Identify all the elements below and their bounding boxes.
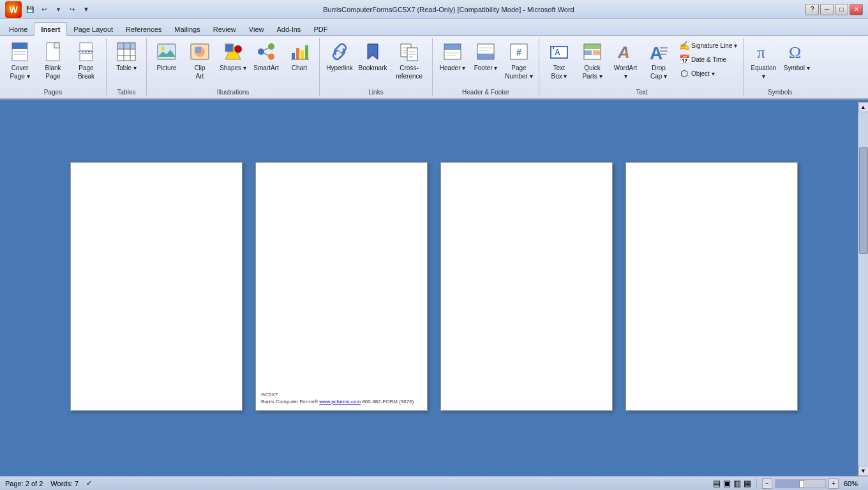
tab-add-ins[interactable]: Add-Ins <box>270 23 307 35</box>
ribbon-group-pages: CoverPage ▾ BlankPage PageBreak Pages <box>0 38 107 96</box>
qat-redo[interactable]: ↪ <box>66 4 78 15</box>
equation-button[interactable]: π Equation ▾ <box>747 38 779 82</box>
zoom-percent: 60% <box>844 480 863 487</box>
qat-undo[interactable]: ↩ <box>38 4 50 15</box>
restore-button[interactable]: □ <box>835 4 848 15</box>
tab-insert[interactable]: Insert <box>34 22 67 36</box>
text-small-buttons: ✍ Signature Line ▾ 📅 Date & Time ⬡ Objec… <box>676 38 740 80</box>
textbox-button[interactable]: A TextBox ▾ <box>543 38 575 82</box>
tab-pdf[interactable]: PDF <box>307 23 334 35</box>
wordart-button[interactable]: A WordArt ▾ <box>610 38 641 82</box>
close-button[interactable]: ✕ <box>849 4 863 15</box>
zoom-slider[interactable] <box>775 479 826 488</box>
page-info: Page: 2 of 2 <box>5 480 43 487</box>
tab-page-layout[interactable]: Page Layout <box>67 23 119 35</box>
scroll-down-button[interactable]: ▼ <box>858 466 869 476</box>
page-number-label: PageNumber ▾ <box>505 64 532 80</box>
svg-rect-59 <box>593 50 601 55</box>
scroll-thumb[interactable] <box>859 147 868 253</box>
office-logo[interactable]: W <box>5 1 22 18</box>
tab-review[interactable]: Review <box>207 23 243 35</box>
symbol-button[interactable]: Ω Symbol ▾ <box>781 38 812 80</box>
zoom-out-button[interactable]: − <box>762 479 772 489</box>
clip-art-button[interactable]: ClipArt <box>184 38 216 82</box>
svg-rect-8 <box>80 54 93 61</box>
title-bar: W 💾 ↩ ▾ ↪ ▼ BurrisComputerFormsGC5X7 (Re… <box>0 0 868 19</box>
qat-customize[interactable]: ▼ <box>80 4 92 15</box>
chart-button[interactable]: Chart <box>283 38 315 80</box>
page-break-button[interactable]: PageBreak <box>70 38 102 82</box>
proofing-icon[interactable]: ✓ <box>86 479 92 487</box>
qat-undo-arrow[interactable]: ▾ <box>52 4 64 15</box>
links-group-label: Links <box>324 87 428 96</box>
scroll-track[interactable] <box>858 112 868 466</box>
header-footer-group-label: Header & Footer <box>437 87 535 96</box>
pages-buttons: CoverPage ▾ BlankPage PageBreak <box>4 38 102 87</box>
links-buttons: Hyperlink Bookmark Cross-reference <box>324 38 428 87</box>
qat-save[interactable]: 💾 <box>24 4 36 15</box>
svg-rect-31 <box>305 45 308 59</box>
svg-rect-28 <box>292 53 295 59</box>
svg-text:π: π <box>757 43 765 62</box>
tab-references[interactable]: References <box>119 23 168 35</box>
page-2-footer-line2: Burris Computer Forms® www.pcforms.com 8… <box>261 398 414 405</box>
clip-art-icon <box>190 41 210 62</box>
quick-parts-button[interactable]: QuickParts ▾ <box>576 38 608 82</box>
view-fullscreen-button[interactable]: ▣ <box>723 479 731 488</box>
vertical-scrollbar: ▲ ▼ <box>858 102 868 476</box>
date-time-button[interactable]: 📅 Date & Time <box>676 53 740 66</box>
tab-home[interactable]: Home <box>3 23 34 35</box>
tab-mailings[interactable]: Mailings <box>168 23 206 35</box>
svg-text:A: A <box>650 43 662 62</box>
drop-cap-label: DropCap ▾ <box>650 64 667 80</box>
signature-line-button[interactable]: ✍ Signature Line ▾ <box>676 39 740 52</box>
shapes-button[interactable]: Shapes ▾ <box>217 38 249 80</box>
tab-view[interactable]: View <box>243 23 271 35</box>
footer-button[interactable]: Footer ▾ <box>470 38 502 80</box>
footer-link[interactable]: www.pcforms.com <box>319 399 361 405</box>
page-2-footer-line1: GC5X7 <box>261 391 414 398</box>
symbol-icon: Ω <box>786 41 807 62</box>
help-button[interactable]: ? <box>805 4 819 15</box>
object-button[interactable]: ⬡ Object ▾ <box>676 67 740 80</box>
object-icon: ⬡ <box>679 68 689 78</box>
svg-line-33 <box>338 50 341 54</box>
page-number-button[interactable]: # PageNumber ▾ <box>503 38 535 82</box>
footer-label: Footer ▾ <box>474 64 498 72</box>
cover-page-button[interactable]: CoverPage ▾ <box>4 38 36 82</box>
hyperlink-button[interactable]: Hyperlink <box>324 38 355 80</box>
quick-parts-icon <box>582 41 602 62</box>
blank-page-button[interactable]: BlankPage <box>37 38 69 82</box>
cross-reference-label: Cross-reference <box>392 64 426 80</box>
tables-group-label: Tables <box>110 87 142 96</box>
view-print-button[interactable]: ▤ <box>713 479 721 488</box>
ribbon-tabs: Home Insert Page Layout References Maili… <box>0 19 868 36</box>
symbols-group-label: Symbols <box>747 87 812 96</box>
drop-cap-button[interactable]: A DropCap ▾ <box>643 38 675 82</box>
chart-icon <box>289 41 310 62</box>
svg-point-23 <box>258 48 264 55</box>
header-button[interactable]: Header ▾ <box>437 38 468 80</box>
page-1 <box>70 162 243 411</box>
footer-icon <box>475 41 496 62</box>
picture-button[interactable]: Picture <box>151 38 183 80</box>
svg-text:#: # <box>516 47 521 57</box>
view-outline-button[interactable]: ▦ <box>744 479 751 488</box>
svg-rect-1 <box>12 43 27 49</box>
scroll-up-button[interactable]: ▲ <box>858 102 869 112</box>
zoom-in-button[interactable]: + <box>828 479 839 489</box>
page-3-wrapper <box>440 162 613 411</box>
page-break-label: PageBreak <box>78 64 94 80</box>
page-1-wrapper <box>70 162 243 411</box>
minimize-button[interactable]: ─ <box>820 4 834 15</box>
svg-line-26 <box>264 48 269 50</box>
smartart-button[interactable]: SmartArt <box>250 38 282 80</box>
wordart-icon: A <box>615 41 636 62</box>
svg-rect-57 <box>584 44 601 49</box>
view-web-button[interactable]: ▥ <box>733 479 741 488</box>
cross-reference-button[interactable]: Cross-reference <box>390 38 428 82</box>
header-icon <box>442 41 463 62</box>
bookmark-button[interactable]: Bookmark <box>357 38 389 80</box>
status-bar: Page: 2 of 2 Words: 7 ✓ ▤ ▣ ▥ ▦ − + 60% <box>0 476 868 490</box>
table-button[interactable]: Table ▾ <box>110 38 142 80</box>
